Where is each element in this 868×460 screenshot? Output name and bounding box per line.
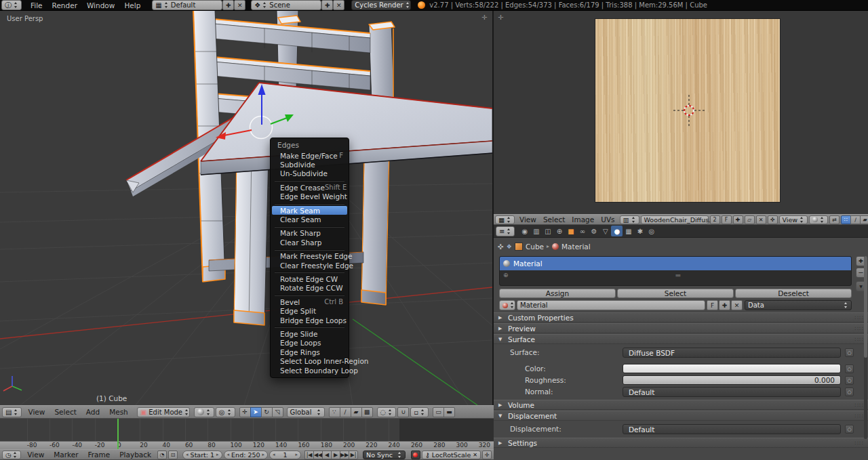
modifiers-tab-icon[interactable]: ⚙ [588,226,599,236]
color-texture-button[interactable]: ○ [845,364,854,373]
panel-custom-properties[interactable]: ▶Custom Properties ∷∷ [494,312,868,322]
delete-scene-button[interactable]: ✕ [333,0,344,10]
normal-texture-button[interactable]: ○ [845,388,854,396]
color-swatch[interactable] [623,364,841,373]
delete-screen-button[interactable]: ✕ [234,0,245,10]
displacement-texture-button[interactable]: ○ [845,425,854,434]
image-name-field[interactable]: WoodenChair_Diffus... [641,215,709,224]
uv-2d-cursor[interactable] [673,95,705,126]
menu-item[interactable]: Clear Freestyle Edge [271,261,349,270]
play-reverse-icon[interactable]: ◀ [322,451,332,459]
keying-set-selector[interactable]: ⚷ LocRotScale ✕ [422,451,481,459]
lock-time-button[interactable]: ⊡ [168,451,178,459]
menu-item[interactable] [273,247,346,252]
roughness-texture-button[interactable]: ○ [845,376,854,385]
vertex-select-button[interactable]: ∵ [329,407,340,417]
pin-icon[interactable]: ✜ [498,243,504,251]
viewport-shading-selector[interactable] [194,407,214,417]
menu-item[interactable]: File [26,1,47,9]
menu-item[interactable]: Frame [83,451,115,459]
menu-item[interactable]: Mark Sharp [271,229,349,238]
menu-item[interactable]: Render [47,1,82,9]
pivot-point-selector[interactable]: ◎ [216,407,235,417]
texture-tab-icon[interactable]: ▦ [623,226,634,236]
play-icon[interactable]: ▶ [331,451,340,459]
menu-item[interactable]: Select Loop Inner-Region [271,356,349,365]
timeline-ruler[interactable]: -80-60-40-200204060801001201401601802002… [0,441,494,449]
breadcrumb-object[interactable]: Cube [526,243,544,251]
menu-item[interactable]: UVs [597,215,618,224]
clear-keying-set-icon[interactable]: ✕ [473,452,477,458]
pin-image-button[interactable]: ✜ [768,215,778,224]
unlink-material-button[interactable]: ✕ [731,300,743,310]
menu-item[interactable]: View [516,215,540,224]
auto-keyframe-button[interactable] [411,451,420,459]
menu-item[interactable]: Add [81,408,104,416]
face-select-button[interactable]: ▰ [351,407,362,417]
uv-pivot-selector[interactable] [809,215,828,224]
occlude-geometry-button[interactable]: ▩ [361,407,373,417]
menu-item[interactable]: Un-Subdivide [271,169,349,178]
deselect-button[interactable]: Deselect [735,289,852,298]
menu-item[interactable]: Edge Loops [271,339,349,348]
rotate-manipulator-button[interactable]: ↻ [261,407,273,417]
menu-item[interactable] [273,293,346,297]
add-scene-button[interactable]: ✚ [321,0,333,10]
uv-edge-select-button[interactable]: ∕ [850,215,861,224]
properties-scrollbar[interactable] [864,256,867,439]
unlink-image-button[interactable]: ✕ [756,215,766,224]
jump-to-end-icon[interactable]: ▶| [349,451,358,459]
viewport-3d-canvas[interactable] [0,11,492,405]
menu-item[interactable]: Edge Rings [271,348,349,356]
mode-selector[interactable]: ▣ Edit Mode [137,407,190,417]
new-material-button[interactable]: ✚ [719,300,730,310]
menu-item[interactable]: Edge Bevel Weight [271,192,349,201]
menu-item[interactable]: Marker [49,451,83,459]
menu-item[interactable]: Bevel Ctrl B [271,297,349,306]
menu-item[interactable] [273,325,346,329]
panel-displacement[interactable]: ▼Displacement ∷∷ [494,411,868,421]
proportional-editing-selector[interactable]: ◌ [377,407,397,417]
render-opengl-anim-button[interactable]: ▬ [443,407,455,417]
add-screen-button[interactable]: ✚ [222,0,234,10]
end-frame-field[interactable]: ◂End: 250▸ [224,451,268,459]
current-frame-indicator[interactable] [117,419,119,449]
normal-selector[interactable]: Default [623,387,841,397]
image-fake-user-button[interactable]: F [722,215,732,224]
timeline-editor-type-button[interactable]: ◷ [2,451,21,459]
menu-item[interactable] [273,201,346,206]
jump-to-start-icon[interactable]: |◀ [304,451,314,459]
uv-image-editor-canvas[interactable]: ✛ [494,11,868,214]
list-resize-grip-icon[interactable]: ▬ [675,272,682,278]
menu-item[interactable]: Edge Crease Shift E [271,183,349,192]
roughness-slider[interactable]: 0.000 [623,375,841,385]
surface-node-toggle-button[interactable]: ○ [845,348,854,357]
screen-layout-selector[interactable]: ▦ Default [152,0,222,10]
insert-keyframe-button[interactable]: ✢ [482,451,492,459]
material-slot-list[interactable]: Material ⊕ ▬ [499,256,852,286]
menu-item[interactable]: Mark Seam [272,206,347,215]
uv-vertex-select-button[interactable]: ∷ [841,215,851,224]
menu-item[interactable]: Edge Slide [271,329,349,338]
particles-tab-icon[interactable]: ✱ [634,226,646,236]
menu-item[interactable]: Mark Freestyle Edge [271,252,349,261]
menu-item[interactable]: Rotate Edge CW [271,274,349,283]
menu-item[interactable] [273,224,346,229]
menu-item[interactable]: Subdivide [271,160,349,169]
render-layers-tab-icon[interactable]: ▥ [530,226,542,236]
material-browse-button[interactable] [499,300,515,310]
menu-item[interactable] [273,178,346,183]
manipulator-toggle-button[interactable]: ✛ [239,407,251,417]
menu-item[interactable]: Mesh [104,408,133,416]
region-expand-icon[interactable]: ✛ [498,14,503,21]
info-editor-type-button[interactable]: ⓘ [1,0,22,10]
menu-item[interactable]: Clear Seam [271,215,349,224]
transform-orientation-selector[interactable]: Global [287,407,325,417]
properties-editor-type-button[interactable]: ≡ [496,226,515,236]
prev-keyframe-icon[interactable]: ◀◀ [313,451,323,459]
breadcrumb-material[interactable]: Material [561,243,591,251]
object-tab-icon[interactable]: ■ [565,226,576,236]
edge-select-button[interactable]: ∕ [340,407,351,417]
panel-volume[interactable]: ▶Volume ∷∷ [494,400,868,410]
surface-shader-selector[interactable]: Diffuse BSDF [623,348,841,358]
